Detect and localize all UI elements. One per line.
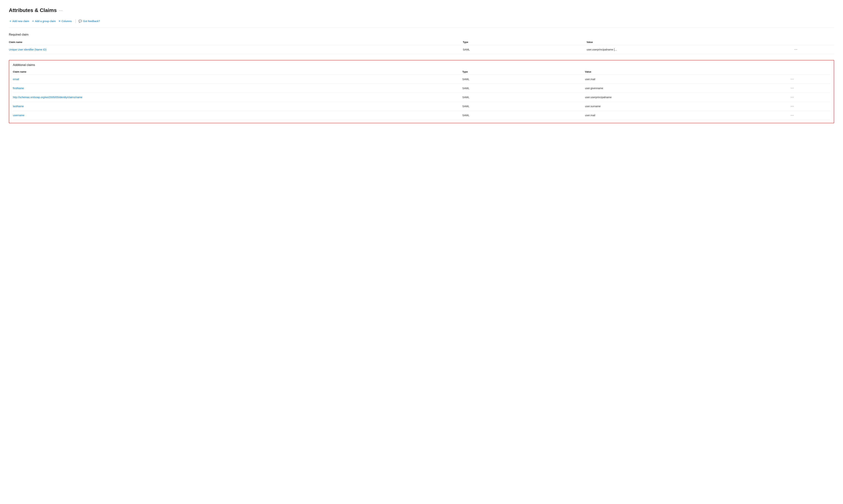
table-row: emailSAMLuser.mail···	[13, 75, 830, 84]
additional-claim-type-0: SAML	[462, 75, 585, 84]
additional-claim-value-0: user.mail	[585, 75, 789, 84]
additional-claim-type-2: SAML	[462, 93, 585, 102]
additional-more-options-button-4[interactable]: ···	[789, 113, 795, 118]
table-row: firstNameSAMLuser.givenname···	[13, 84, 830, 93]
table-row: lastNameSAMLuser.surname···	[13, 102, 830, 111]
columns-button[interactable]: ≡ Columns	[58, 19, 74, 24]
add-group-claim-button[interactable]: + Add a group claim	[31, 19, 58, 24]
additional-table-header: Claim name Type Value	[13, 69, 830, 75]
required-section-title: Required claim	[9, 33, 834, 36]
additional-claim-name-3[interactable]: lastName	[13, 102, 462, 111]
additional-claim-name-0[interactable]: email	[13, 75, 462, 84]
additional-claim-actions-0: ···	[789, 75, 830, 84]
page-title-text: Attributes & Claims	[9, 7, 57, 13]
plus-icon-group-claim: +	[32, 20, 34, 23]
required-claim-name-0[interactable]: Unique User Identifier (Name ID)	[9, 45, 463, 54]
required-claims-table: Claim name Type Value Unique User Identi…	[9, 39, 834, 54]
add-new-claim-button[interactable]: + Add new claim	[9, 19, 31, 24]
page-title-ellipsis: ···	[59, 8, 63, 12]
toolbar-divider-line	[9, 28, 834, 28]
feedback-icon: 💬	[78, 19, 82, 23]
additional-claims-section: Additional claims Claim name Type Value …	[9, 60, 834, 123]
additional-col-value: Value	[585, 69, 789, 75]
additional-claim-actions-1: ···	[789, 84, 830, 93]
additional-claim-actions-3: ···	[789, 102, 830, 111]
columns-icon: ≡	[59, 20, 60, 23]
additional-claim-name-2[interactable]: http://schemas.xmlsoap.org/ws/2005/05/id…	[13, 93, 462, 102]
required-col-claim-name: Claim name	[9, 39, 463, 45]
required-col-type: Type	[463, 39, 587, 45]
additional-claims-table: Claim name Type Value emailSAMLuser.mail…	[13, 69, 830, 120]
add-group-claim-label: Add a group claim	[35, 20, 56, 23]
feedback-label: Got feedback?	[83, 20, 100, 23]
additional-col-actions	[789, 69, 830, 75]
required-col-actions	[793, 39, 834, 45]
add-new-claim-label: Add new claim	[12, 20, 29, 23]
columns-label: Columns	[61, 20, 72, 23]
additional-more-options-button-2[interactable]: ···	[789, 95, 795, 100]
additional-claim-actions-4: ···	[789, 111, 830, 120]
required-more-options-button-0[interactable]: ···	[793, 47, 799, 52]
table-row: Unique User Identifier (Name ID)SAMLuser…	[9, 45, 834, 54]
required-claim-value-0: user.userprincipalname [...	[587, 45, 793, 54]
table-row: http://schemas.xmlsoap.org/ws/2005/05/id…	[13, 93, 830, 102]
required-claim-more-0: ···	[793, 45, 834, 54]
page-title: Attributes & Claims ···	[9, 7, 834, 13]
additional-claim-value-3: user.surname	[585, 102, 789, 111]
additional-more-options-button-0[interactable]: ···	[789, 77, 795, 82]
additional-claim-actions-2: ···	[789, 93, 830, 102]
additional-claim-value-2: user.userprincipalname	[585, 93, 789, 102]
additional-col-claim-name: Claim name	[13, 69, 462, 75]
additional-section-title: Additional claims	[13, 64, 830, 67]
additional-claim-type-3: SAML	[462, 102, 585, 111]
required-claim-type-0: SAML	[463, 45, 587, 54]
additional-claim-type-1: SAML	[462, 84, 585, 93]
additional-more-options-button-3[interactable]: ···	[789, 104, 795, 108]
required-col-value: Value	[587, 39, 793, 45]
additional-claim-name-1[interactable]: firstName	[13, 84, 462, 93]
required-table-header: Claim name Type Value	[9, 39, 834, 45]
additional-claim-value-4: user.mail	[585, 111, 789, 120]
additional-claim-type-4: SAML	[462, 111, 585, 120]
additional-claim-name-4[interactable]: username	[13, 111, 462, 120]
additional-col-type: Type	[462, 69, 585, 75]
plus-icon-new-claim: +	[10, 20, 11, 23]
required-claims-section: Required claim Claim name Type Value Uni…	[9, 33, 834, 54]
additional-more-options-button-1[interactable]: ···	[789, 86, 795, 90]
table-row: usernameSAMLuser.mail···	[13, 111, 830, 120]
toolbar: + Add new claim + Add a group claim ≡ Co…	[9, 18, 834, 24]
feedback-button[interactable]: 💬 Got feedback?	[77, 18, 101, 24]
additional-claim-value-1: user.givenname	[585, 84, 789, 93]
